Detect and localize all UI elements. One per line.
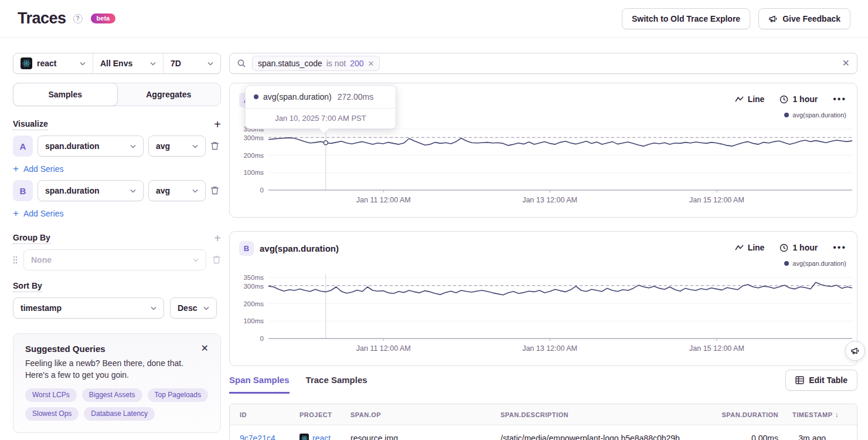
chart-a-interval-control[interactable]: 1 hour — [780, 94, 818, 104]
chart-b-more-options[interactable]: ••• — [833, 242, 846, 253]
sort-direction-select[interactable]: Desc — [170, 297, 217, 319]
chevron-down-icon — [151, 306, 156, 310]
svg-text:Jan 15 12:00 AM: Jan 15 12:00 AM — [689, 344, 744, 353]
column-header-span-op[interactable]: SPAN.OP — [350, 411, 501, 418]
chart-b-title: avg(span.duration) — [260, 243, 339, 253]
main-content: A avg(span.duration) Line 1 hour ••• avg… — [229, 83, 857, 440]
chevron-down-icon — [130, 189, 136, 193]
svg-text:350ms: 350ms — [243, 274, 264, 281]
chart-tooltip: avg(span.duration) 272.00ms Jan 10, 2025… — [245, 85, 396, 129]
line-chart-icon — [735, 96, 744, 103]
suggested-query-pill[interactable]: Slowest Ops — [25, 407, 79, 421]
environment-select[interactable]: All Envs — [93, 53, 164, 73]
group-by-select[interactable]: None — [23, 249, 206, 270]
date-range-select[interactable]: 7D — [164, 53, 220, 73]
column-header-id[interactable]: ID — [240, 411, 299, 418]
search-clear-icon[interactable]: ✕ — [842, 59, 850, 68]
switch-old-explore-button[interactable]: Switch to Old Trace Explore — [622, 8, 750, 29]
chevron-down-icon — [192, 144, 198, 148]
suggested-query-pill[interactable]: Top Pageloads — [148, 388, 208, 402]
token-value[interactable]: 200 — [350, 59, 363, 68]
chart-b-plot[interactable]: 350ms300ms200ms100ms0Jan 11 12:00 AMJan … — [234, 274, 853, 359]
chart-a-more-options[interactable]: ••• — [833, 94, 846, 104]
column-header-timestamp[interactable]: TIMESTAMP↓ — [778, 411, 847, 419]
token-operator[interactable]: is not — [326, 59, 346, 68]
suggested-queries-title: Suggested Queries — [25, 344, 105, 354]
project-cell[interactable]: react — [299, 434, 350, 440]
megaphone-icon — [850, 346, 860, 356]
chevron-down-icon — [193, 258, 199, 262]
project-link[interactable]: react — [312, 434, 331, 440]
add-series-link[interactable]: + Add Series — [13, 208, 221, 219]
span-id-link[interactable]: 9c7e21c4 — [240, 434, 275, 440]
suggested-queries-panel: Suggested Queries ✕ Feeling like a newb?… — [13, 333, 221, 433]
tooltip-timestamp: Jan 10, 2025 7:00 AM PST — [246, 108, 396, 128]
series-a-field-select[interactable]: span.duration — [38, 136, 144, 157]
series-badge-a: A — [13, 136, 33, 157]
tab-samples[interactable]: Samples — [13, 83, 118, 106]
chart-a-type-control[interactable]: Line — [735, 94, 765, 104]
chart-panel-a: A avg(span.duration) Line 1 hour ••• avg… — [229, 83, 857, 218]
svg-text:200ms: 200ms — [243, 300, 264, 307]
give-feedback-button[interactable]: Give Feedback — [758, 8, 850, 29]
tab-aggregates[interactable]: Aggregates — [117, 83, 221, 106]
chevron-down-icon — [203, 306, 209, 310]
trash-icon — [210, 186, 219, 195]
clock-icon — [780, 95, 788, 104]
chevron-down-icon — [130, 144, 136, 148]
column-header-project[interactable]: PROJECT — [299, 411, 350, 418]
table-icon — [795, 376, 804, 384]
group-by-delete-button[interactable] — [212, 255, 221, 265]
chart-a-plot[interactable]: 350ms300ms200ms100ms0Jan 11 12:00 AMJan … — [234, 126, 853, 211]
floating-feedback-button[interactable] — [845, 341, 865, 361]
column-header-span-duration[interactable]: SPAN.DURATION — [717, 411, 778, 418]
table-header-row: ID PROJECT SPAN.OP SPAN.DESCRIPTION SPAN… — [230, 404, 857, 425]
series-b-field-select[interactable]: span.duration — [38, 180, 144, 201]
svg-text:100ms: 100ms — [243, 169, 264, 176]
suggested-query-pill[interactable]: Worst LCPs — [25, 388, 77, 402]
chart-a-legend[interactable]: avg(span.duration) — [784, 111, 846, 119]
add-visualize-button[interactable]: + — [214, 119, 221, 130]
add-group-by-button[interactable]: + — [214, 232, 221, 244]
chart-b-legend[interactable]: avg(span.duration) — [784, 260, 846, 267]
help-icon[interactable]: ? — [73, 14, 83, 23]
clock-icon — [780, 243, 788, 252]
span-op-cell: resource.img — [350, 434, 501, 440]
project-select[interactable]: react — [13, 53, 93, 73]
table-row: 9c7e21c4 react resource.img /static/medi… — [230, 425, 857, 440]
series-row-b: B span.duration avg — [13, 180, 221, 201]
edit-table-button[interactable]: Edit Table — [785, 370, 857, 391]
drag-handle-icon[interactable] — [13, 256, 18, 264]
close-icon[interactable]: ✕ — [201, 344, 209, 353]
sort-field-select[interactable]: timestamp — [13, 297, 164, 319]
series-badge-b: B — [13, 180, 33, 201]
series-a-delete-button[interactable] — [210, 141, 219, 151]
chart-b-interval-control[interactable]: 1 hour — [780, 243, 818, 252]
megaphone-icon — [768, 14, 778, 23]
page-header: Traces ? beta Switch to Old Trace Explor… — [0, 0, 868, 38]
chevron-down-icon — [150, 62, 156, 66]
search-input[interactable] — [384, 59, 842, 68]
visualize-heading-row: Visualize + — [13, 119, 221, 130]
token-remove-icon[interactable]: ✕ — [368, 59, 375, 68]
react-logo-icon — [21, 57, 32, 69]
svg-text:Jan 13 12:00 AM: Jan 13 12:00 AM — [522, 196, 577, 204]
series-b-aggregate-select[interactable]: avg — [148, 180, 206, 201]
page-title: Traces — [18, 9, 66, 28]
search-bar[interactable]: span.status_code is not 200 ✕ ✕ — [229, 53, 857, 74]
column-header-span-description[interactable]: SPAN.DESCRIPTION — [501, 411, 717, 418]
tab-span-samples[interactable]: Span Samples — [229, 375, 290, 394]
chart-panel-b: B avg(span.duration) Line 1 hour ••• avg… — [229, 231, 857, 366]
suggested-query-pill[interactable]: Biggest Assets — [82, 388, 142, 402]
series-a-aggregate-select[interactable]: avg — [148, 136, 206, 157]
search-filter-token[interactable]: span.status_code is not 200 ✕ — [252, 56, 380, 71]
line-chart-icon — [735, 244, 744, 251]
add-series-link[interactable]: + Add Series — [13, 163, 221, 175]
svg-text:Jan 15 12:00 AM: Jan 15 12:00 AM — [689, 196, 744, 204]
svg-text:Jan 13 12:00 AM: Jan 13 12:00 AM — [522, 344, 577, 353]
suggested-query-pill[interactable]: Database Latency — [84, 407, 155, 421]
tab-trace-samples[interactable]: Trace Samples — [306, 375, 367, 394]
series-b-delete-button[interactable] — [210, 186, 219, 195]
legend-dot-icon — [784, 261, 789, 266]
chart-b-type-control[interactable]: Line — [735, 243, 765, 252]
